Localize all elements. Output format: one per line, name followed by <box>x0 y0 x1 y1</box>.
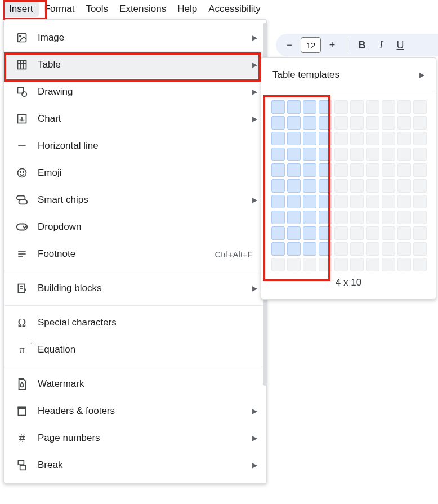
grid-cell[interactable] <box>319 179 332 193</box>
grid-cell[interactable] <box>334 211 348 224</box>
grid-cell[interactable] <box>303 226 316 240</box>
grid-cell[interactable] <box>366 258 379 271</box>
grid-cell[interactable] <box>366 148 379 161</box>
grid-cell[interactable] <box>319 132 332 145</box>
grid-cell[interactable] <box>271 100 285 114</box>
grid-cell[interactable] <box>382 116 395 130</box>
grid-cell[interactable] <box>350 226 364 240</box>
grid-cell[interactable] <box>350 179 364 193</box>
menu-item-dropdown[interactable]: Dropdown <box>4 213 266 240</box>
grid-cell[interactable] <box>303 242 316 256</box>
grid-cell[interactable] <box>397 226 411 240</box>
grid-cell[interactable] <box>334 163 348 177</box>
grid-cell[interactable] <box>319 211 332 224</box>
grid-cell[interactable] <box>382 226 395 240</box>
grid-cell[interactable] <box>319 195 332 208</box>
grid-cell[interactable] <box>382 100 395 114</box>
grid-cell[interactable] <box>350 116 364 130</box>
grid-cell[interactable] <box>350 163 364 177</box>
menu-item-table[interactable]: Table ▶ <box>4 51 266 78</box>
grid-cell[interactable] <box>287 163 301 177</box>
grid-cell[interactable] <box>382 242 395 256</box>
menu-item-watermark[interactable]: Watermark <box>4 371 266 398</box>
menu-item-horizontal-line[interactable]: Horizontal line <box>4 132 266 159</box>
grid-cell[interactable] <box>397 242 411 256</box>
grid-cell[interactable] <box>397 100 411 114</box>
menu-item-chart[interactable]: Chart ▶ <box>4 105 266 132</box>
grid-cell[interactable] <box>413 211 427 224</box>
grid-cell[interactable] <box>397 116 411 130</box>
grid-cell[interactable] <box>366 179 379 193</box>
grid-cell[interactable] <box>413 258 427 271</box>
grid-cell[interactable] <box>271 226 285 240</box>
menu-item-image[interactable]: Image ▶ <box>4 24 266 51</box>
underline-button[interactable]: U <box>392 37 408 53</box>
grid-cell[interactable] <box>350 242 364 256</box>
table-size-grid[interactable] <box>271 100 427 271</box>
grid-cell[interactable] <box>366 163 379 177</box>
grid-cell[interactable] <box>334 100 348 114</box>
grid-cell[interactable] <box>366 195 379 208</box>
menu-format[interactable]: Format <box>39 1 81 17</box>
grid-cell[interactable] <box>382 195 395 208</box>
grid-cell[interactable] <box>350 195 364 208</box>
grid-cell[interactable] <box>303 148 316 161</box>
grid-cell[interactable] <box>382 211 395 224</box>
grid-cell[interactable] <box>271 132 285 145</box>
grid-cell[interactable] <box>382 179 395 193</box>
grid-cell[interactable] <box>303 116 316 130</box>
grid-cell[interactable] <box>397 195 411 208</box>
grid-cell[interactable] <box>287 195 301 208</box>
grid-cell[interactable] <box>334 195 348 208</box>
grid-cell[interactable] <box>271 116 285 130</box>
grid-cell[interactable] <box>271 258 285 271</box>
grid-cell[interactable] <box>319 163 332 177</box>
font-size-input[interactable]: 12 <box>301 37 321 53</box>
grid-cell[interactable] <box>350 148 364 161</box>
menu-insert[interactable]: Insert <box>3 1 39 17</box>
menu-item-special-characters[interactable]: Ω Special characters <box>4 309 266 336</box>
grid-cell[interactable] <box>287 258 301 271</box>
grid-cell[interactable] <box>287 226 301 240</box>
grid-cell[interactable] <box>413 226 427 240</box>
grid-cell[interactable] <box>413 179 427 193</box>
bold-button[interactable]: B <box>354 37 370 53</box>
grid-cell[interactable] <box>413 195 427 208</box>
grid-cell[interactable] <box>334 132 348 145</box>
grid-cell[interactable] <box>382 132 395 145</box>
grid-cell[interactable] <box>271 163 285 177</box>
grid-cell[interactable] <box>397 148 411 161</box>
grid-cell[interactable] <box>271 211 285 224</box>
menu-item-footnote[interactable]: Footnote Ctrl+Alt+F <box>4 240 266 267</box>
grid-cell[interactable] <box>319 258 332 271</box>
grid-cell[interactable] <box>334 258 348 271</box>
grid-cell[interactable] <box>334 242 348 256</box>
grid-cell[interactable] <box>271 179 285 193</box>
grid-cell[interactable] <box>366 242 379 256</box>
grid-cell[interactable] <box>287 132 301 145</box>
grid-cell[interactable] <box>334 226 348 240</box>
grid-cell[interactable] <box>287 211 301 224</box>
grid-cell[interactable] <box>350 211 364 224</box>
menu-item-page-numbers[interactable]: # Page numbers ▶ <box>4 425 266 452</box>
grid-cell[interactable] <box>303 195 316 208</box>
grid-cell[interactable] <box>413 132 427 145</box>
grid-cell[interactable] <box>366 100 379 114</box>
grid-cell[interactable] <box>287 100 301 114</box>
grid-cell[interactable] <box>413 163 427 177</box>
menu-item-building-blocks[interactable]: Building blocks ▶ <box>4 275 266 302</box>
grid-cell[interactable] <box>271 242 285 256</box>
grid-cell[interactable] <box>397 163 411 177</box>
menu-extensions[interactable]: Extensions <box>114 1 172 17</box>
grid-cell[interactable] <box>303 211 316 224</box>
menu-item-break[interactable]: Break ▶ <box>4 452 266 479</box>
menu-item-equation[interactable]: π² Equation <box>4 336 266 363</box>
grid-cell[interactable] <box>287 116 301 130</box>
menu-item-emoji[interactable]: Emoji <box>4 159 266 186</box>
grid-cell[interactable] <box>287 179 301 193</box>
menu-accessibility[interactable]: Accessibility <box>203 1 266 17</box>
grid-cell[interactable] <box>303 258 316 271</box>
grid-cell[interactable] <box>382 148 395 161</box>
grid-cell[interactable] <box>319 100 332 114</box>
grid-cell[interactable] <box>303 163 316 177</box>
